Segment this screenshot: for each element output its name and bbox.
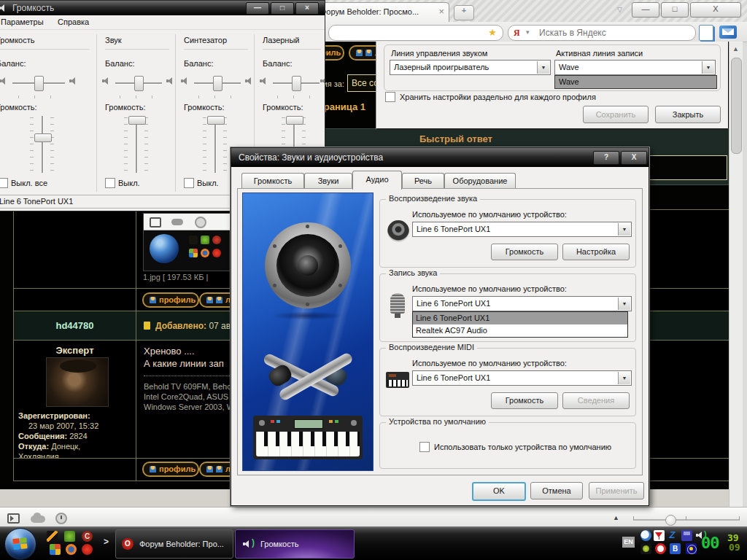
tab-volume[interactable]: Громкость (241, 173, 304, 189)
tab-sounds[interactable]: Звуки (304, 173, 352, 189)
close-icon: X (713, 4, 718, 13)
mixer-close-button[interactable]: × (295, 2, 319, 15)
quicklaunch-expand-icon[interactable]: > (104, 537, 109, 547)
device-option[interactable]: Realtek AC97 Audio (413, 324, 627, 337)
midi-volume-button[interactable]: Громкость (491, 392, 558, 409)
volume-thumb[interactable] (286, 116, 303, 125)
defaults-checkbox[interactable] (419, 442, 430, 452)
tab-hardware[interactable]: Оборудование (444, 173, 516, 189)
volume-thumb[interactable] (34, 133, 52, 142)
window-restore-button[interactable]: □ (661, 2, 689, 18)
zoom-slider-knob[interactable] (665, 515, 676, 526)
tray-floppy-icon[interactable] (681, 530, 692, 541)
tray-emule-icon[interactable] (640, 530, 651, 541)
apply-button[interactable]: Применить (589, 482, 644, 499)
window-close-button[interactable]: X (690, 2, 741, 18)
sessions-icon[interactable] (699, 25, 713, 41)
tab-audio-active[interactable]: Аудио (352, 171, 402, 190)
recording-device-select[interactable]: Line 6 TonePort UX1 ▼ (412, 296, 632, 311)
mail-icon[interactable] (719, 26, 737, 39)
quicklaunch-app-icon[interactable] (50, 544, 61, 555)
panels-toggle-icon[interactable] (7, 513, 20, 524)
balance-thumb[interactable] (34, 76, 44, 91)
task-button-volume-active[interactable]: ) Громкость (235, 529, 355, 559)
menu-parameters[interactable]: Параметры (1, 18, 44, 26)
profile-button[interactable]: профиль (142, 292, 199, 308)
zoom-fit-icon[interactable]: ▲ (613, 514, 619, 521)
option-wave[interactable]: Wave (559, 77, 579, 86)
quicklaunch-downloader-icon[interactable] (64, 531, 75, 542)
volume-thumb[interactable] (207, 116, 225, 125)
yandex-search-field[interactable]: Я ▾ (508, 25, 696, 41)
window-minimize-button[interactable]: — (632, 2, 659, 18)
scrollbar[interactable]: ▲ (729, 42, 743, 507)
mixer-maximize-button[interactable]: □ (271, 2, 294, 15)
mute-checkbox[interactable] (0, 178, 8, 188)
balance-thumb[interactable] (213, 76, 222, 91)
profile-checkbox[interactable] (385, 92, 395, 102)
mute-checkbox[interactable] (184, 178, 194, 188)
quicklaunch-ccleaner-icon[interactable]: C (82, 531, 93, 542)
scroll-up-icon[interactable]: ▲ (732, 45, 739, 52)
turbo-gauge-icon[interactable] (55, 513, 67, 524)
balance-thumb[interactable] (292, 76, 301, 91)
mixer-titlebar[interactable]: Громкость — □ × (0, 1, 325, 15)
task-button-forum[interactable]: O Форум Beholder: Про... (115, 529, 233, 559)
tray-clock[interactable]: 00 39 09 (701, 532, 745, 556)
start-button[interactable] (4, 528, 36, 560)
address-field[interactable]: ★ (328, 25, 503, 41)
midi-device-select[interactable]: Line 6 TonePort UX1 ▼ (412, 370, 632, 386)
tray-antivirus-icon[interactable] (655, 543, 666, 554)
midi-details-button[interactable]: Сведения (562, 392, 630, 409)
quicklaunch-winamp-icon[interactable] (47, 531, 58, 542)
profile-button[interactable]: профиль (142, 462, 199, 477)
bookmark-star-icon[interactable]: ★ (488, 27, 497, 38)
language-indicator[interactable]: EN (622, 537, 635, 548)
quicklaunch-firefox-icon[interactable] (66, 544, 77, 555)
tray-wireless-icon[interactable] (686, 543, 697, 554)
new-tab-button[interactable]: + (454, 5, 474, 20)
recording-group: Запись звука Используемое по умолчанию у… (379, 273, 636, 342)
sig-line1: Behold TV 609FM, Behold (144, 382, 238, 391)
close-dialog-button[interactable]: Закрыть (655, 106, 721, 123)
volume-thumb[interactable] (128, 116, 146, 125)
zoom-slider-track[interactable] (633, 519, 740, 521)
menu-help[interactable]: Справка (58, 18, 89, 26)
mixer-minimize-button[interactable]: — (246, 2, 269, 15)
dialog-close-button[interactable]: X (621, 151, 647, 165)
yandex-caret-icon[interactable]: ▾ (526, 28, 530, 36)
username[interactable]: hd44780 (14, 320, 136, 331)
dialog-help-button[interactable]: ? (593, 151, 619, 165)
playback-device-select[interactable]: Line 6 TonePort UX1 ▼ (412, 222, 632, 237)
playback-settings-button[interactable]: Настройка (562, 244, 630, 260)
volume-track[interactable] (42, 116, 44, 173)
tray-z-icon[interactable]: Z (667, 529, 678, 540)
attachment-thumbnail[interactable] (143, 213, 231, 271)
device-option-selected[interactable]: Line 6 TonePort UX1 (413, 312, 627, 324)
mute-checkbox[interactable] (105, 178, 115, 188)
browser-tab-active[interactable]: Форум Beholder: Просмо... × (312, 2, 449, 23)
tray-nvidia-icon[interactable] (640, 543, 651, 554)
cancel-button[interactable]: Отмена (530, 482, 583, 499)
tray-avira-icon[interactable] (654, 530, 665, 541)
tab-speech[interactable]: Речь (402, 173, 444, 189)
record-line-select[interactable]: Wave ▼ (554, 60, 716, 75)
dialog-titlebar[interactable]: Свойства: Звуки и аудиоустройства ? X (231, 148, 649, 167)
tabbar-caret-icon[interactable]: ▽ (617, 6, 622, 13)
midi-legend: Воспроизведение MIDI (386, 343, 477, 351)
quicklaunch-opera-icon[interactable] (82, 544, 93, 555)
balance-thumb[interactable] (134, 76, 144, 91)
save-button[interactable]: Сохранить (583, 106, 649, 123)
tray-b-icon[interactable]: B (670, 543, 681, 554)
username-cell: hd44780 (13, 311, 136, 341)
post-line1: Хреново .... (144, 346, 195, 357)
ok-button[interactable]: OK (472, 482, 526, 501)
tab-close-icon[interactable]: × (438, 6, 444, 17)
scrollbar-thumb[interactable] (731, 58, 742, 154)
playback-volume-button[interactable]: Громкость (491, 244, 558, 260)
control-line-label: Линия управления звуком (391, 49, 487, 58)
record-line-open-list[interactable]: Wave (554, 75, 717, 89)
control-line-select[interactable]: Лазерный проигрыватель ▼ (390, 60, 551, 75)
taskbar: C > O Форум Beholder: Про... ) Громкость… (0, 526, 747, 560)
search-input[interactable] (538, 26, 679, 39)
